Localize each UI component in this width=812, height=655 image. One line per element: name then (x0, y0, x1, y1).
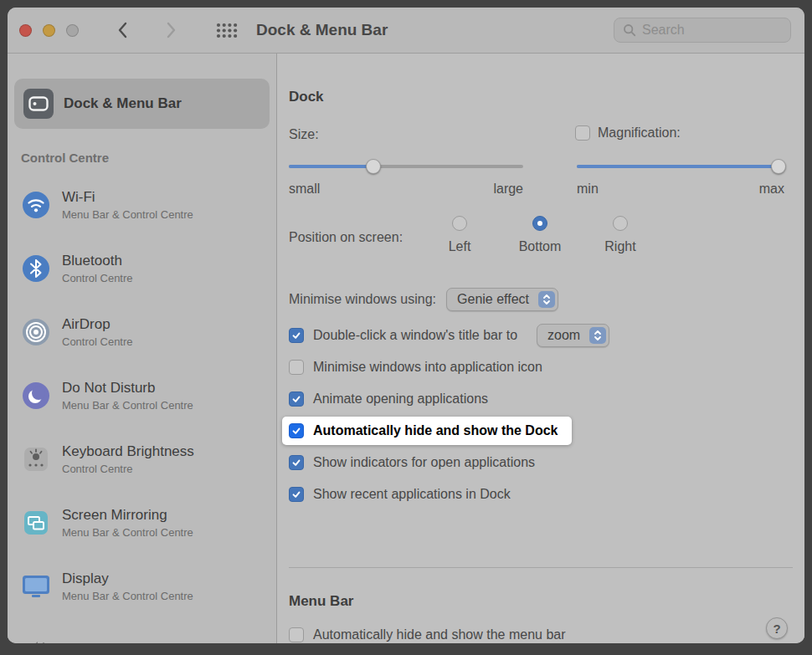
forward-button[interactable] (159, 18, 182, 43)
back-button[interactable] (110, 18, 134, 43)
size-label: Size: (289, 127, 319, 142)
sidebar-item-text: Do Not Disturb Menu Bar & Control Centre (62, 380, 193, 412)
size-min-label: small (289, 182, 320, 197)
display-icon (21, 571, 51, 601)
sound-icon (21, 635, 51, 643)
chevron-right-icon (166, 21, 177, 39)
nav-buttons (110, 18, 182, 43)
sidebar-item-display[interactable]: Display Menu Bar & Control Centre (8, 555, 276, 618)
auto-hide-menu-bar-label: Automatically hide and show the menu bar (313, 627, 566, 642)
settings-panel: Dock Size: Magnification: (277, 54, 804, 643)
radio-right[interactable] (613, 216, 628, 231)
mag-min-label: min (577, 182, 599, 197)
bluetooth-icon (21, 253, 51, 284)
radio-left-label: Left (449, 239, 471, 254)
position-option-bottom[interactable]: Bottom (500, 216, 580, 254)
dock-checkbox-list: Double-click a window's title bar to zoo… (289, 320, 609, 510)
sidebar-item-sound[interactable]: Sound (8, 618, 276, 643)
double-click-checkbox[interactable] (289, 328, 304, 343)
magnification-label: Magnification: (598, 125, 681, 141)
minimise-effect-dropdown[interactable]: Genie effect (446, 288, 558, 311)
sidebar-item-text: Wi-Fi Menu Bar & Control Centre (62, 189, 193, 221)
size-slider[interactable] (289, 159, 523, 174)
title-bar-action-dropdown[interactable]: zoom (537, 324, 609, 347)
auto-hide-dock-label: Automatically hide and show the Dock (313, 423, 558, 438)
minimise-effect-value: Genie effect (457, 292, 529, 307)
keyboard-brightness-icon (21, 444, 51, 474)
sidebar-item-text: AirDrop Control Centre (62, 316, 133, 348)
help-button[interactable]: ? (766, 617, 788, 639)
dock-heading: Dock (289, 89, 324, 105)
screen-mirroring-icon (21, 508, 51, 538)
wifi-icon (21, 190, 51, 220)
auto-hide-menu-bar-checkbox[interactable] (289, 627, 304, 642)
sidebar-item-wifi[interactable]: Wi-Fi Menu Bar & Control Centre (8, 173, 276, 237)
show-recent-checkbox[interactable] (289, 487, 304, 502)
row-show-recent: Show recent applications in Dock (289, 478, 609, 510)
radio-right-label: Right (604, 239, 635, 254)
sidebar-item-airdrop[interactable]: AirDrop Control Centre (8, 300, 276, 364)
radio-bottom[interactable] (532, 216, 547, 231)
minimise-row: Minimise windows using: Genie effect (289, 288, 558, 311)
sidebar-item-text: Screen Mirroring Menu Bar & Control Cent… (62, 507, 193, 539)
airdrop-icon (21, 317, 51, 347)
show-indicators-checkbox[interactable] (289, 455, 304, 470)
sidebar-item-do-not-disturb[interactable]: Do Not Disturb Menu Bar & Control Centre (8, 364, 276, 427)
search-icon (623, 23, 636, 37)
fullscreen-button[interactable] (66, 24, 79, 37)
radio-bottom-label: Bottom (519, 239, 562, 254)
sidebar: Dock & Menu Bar Control Centre Wi-Fi Men… (8, 54, 277, 643)
position-option-right[interactable]: Right (580, 216, 660, 254)
sidebar-item-text: Sound (62, 642, 103, 643)
auto-hide-dock-checkbox[interactable] (289, 423, 304, 438)
search-field[interactable]: Search (614, 18, 791, 43)
minimise-into-icon-label: Minimise windows into application icon (313, 360, 542, 375)
size-max-label: large (493, 182, 523, 197)
show-all-grid-icon[interactable] (216, 23, 238, 38)
slider-thumb[interactable] (771, 159, 786, 174)
position-radio-group: Left Bottom Right (419, 216, 660, 254)
magnification-slider[interactable] (577, 159, 784, 174)
row-double-click-title-bar: Double-click a window's title bar to zoo… (289, 320, 609, 351)
slider-fill (289, 165, 373, 168)
mag-max-label: max (759, 182, 784, 197)
show-recent-label: Show recent applications in Dock (313, 487, 511, 502)
double-click-label: Double-click a window's title bar to (313, 328, 517, 343)
dock-menu-bar-icon (23, 89, 54, 119)
title-bar-action-value: zoom (547, 328, 580, 343)
position-option-left[interactable]: Left (419, 216, 500, 254)
magnification-row: Magnification: (575, 125, 681, 141)
row-show-indicators: Show indicators for open applications (289, 447, 609, 478)
section-divider (289, 567, 793, 568)
sidebar-section-header: Control Centre (21, 151, 276, 165)
minimise-label: Minimise windows using: (289, 292, 436, 307)
close-button[interactable] (19, 24, 32, 37)
animate-opening-label: Animate opening applications (313, 391, 488, 407)
system-preferences-window: Dock & Menu Bar Search Dock & Menu Bar C… (8, 8, 804, 643)
menu-bar-heading: Menu Bar (289, 593, 353, 610)
slider-thumb[interactable] (366, 159, 381, 174)
dropdown-stepper-icon (589, 327, 606, 344)
sidebar-item-text: Display Menu Bar & Control Centre (62, 571, 193, 602)
window-title: Dock & Menu Bar (256, 21, 388, 39)
row-auto-hide-menu-bar: Automatically hide and show the menu bar (289, 619, 566, 643)
chevron-left-icon (117, 21, 128, 39)
check-icon (291, 394, 301, 404)
check-icon (291, 489, 301, 499)
sidebar-item-bluetooth[interactable]: Bluetooth Control Centre (8, 237, 276, 300)
animate-opening-checkbox[interactable] (289, 391, 304, 407)
magnification-checkbox[interactable] (575, 125, 590, 141)
minimise-into-icon-checkbox[interactable] (289, 360, 304, 375)
check-icon (291, 458, 301, 468)
minimize-button[interactable] (43, 24, 55, 37)
screenshot-border: Dock & Menu Bar Search Dock & Menu Bar C… (0, 0, 812, 655)
row-auto-hide-dock: Automatically hide and show the Dock (282, 417, 572, 445)
show-indicators-label: Show indicators for open applications (313, 455, 535, 470)
menu-bar-checkbox-list: Automatically hide and show the menu bar (289, 619, 566, 643)
sidebar-item-text: Bluetooth Control Centre (62, 253, 133, 284)
sidebar-item-screen-mirroring[interactable]: Screen Mirroring Menu Bar & Control Cent… (8, 491, 276, 555)
sidebar-item-text: Keyboard Brightness Control Centre (62, 443, 194, 475)
radio-left[interactable] (452, 216, 467, 231)
sidebar-item-keyboard-brightness[interactable]: Keyboard Brightness Control Centre (8, 427, 276, 491)
sidebar-item-dock-menu-bar[interactable]: Dock & Menu Bar (14, 79, 270, 129)
